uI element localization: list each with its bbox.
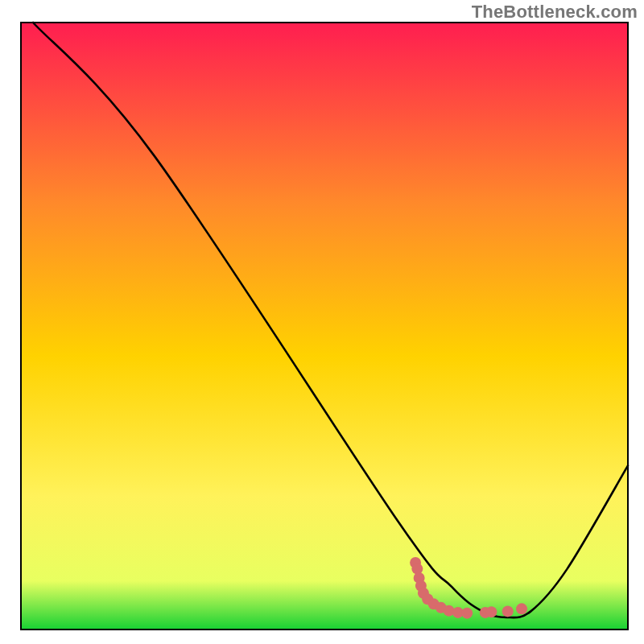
- marker-dot: [516, 603, 527, 614]
- marker-dot: [502, 605, 514, 617]
- watermark-text: TheBottleneck.com: [472, 2, 638, 23]
- bottleneck-chart: [0, 0, 644, 644]
- marker-dot: [485, 606, 497, 617]
- gradient-background: [21, 23, 628, 630]
- chart-container: TheBottleneck.com: [0, 0, 644, 644]
- marker-dot: [461, 608, 473, 619]
